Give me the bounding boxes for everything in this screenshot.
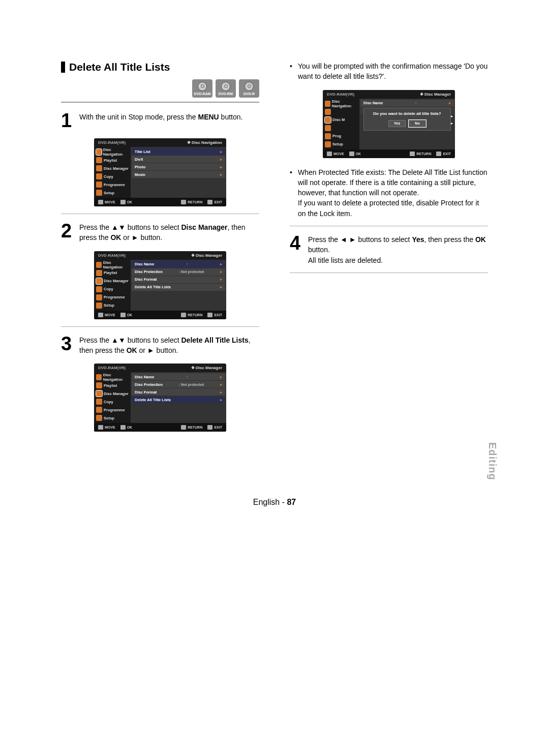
bullet-icon: •: [290, 167, 295, 219]
playlist-icon: [96, 157, 102, 163]
discmgr-icon: [96, 165, 102, 171]
sidebar-item[interactable]: Prog: [323, 132, 359, 140]
divider: [61, 326, 259, 327]
osd-row[interactable]: Music▸: [132, 171, 225, 178]
osd-row[interactable]: Photo▸: [132, 163, 225, 170]
yes-button[interactable]: Yes: [388, 120, 406, 127]
osd-footer: MOVE OK RETURN EXIT: [94, 423, 226, 432]
chevron-right-icon: ▸: [451, 121, 453, 126]
sidebar-item[interactable]: Disc Manager: [94, 164, 131, 172]
sidebar-item[interactable]: Disc Navigation: [323, 100, 359, 108]
sidebar-item[interactable]: Setup: [323, 140, 359, 148]
sidebar-item[interactable]: Playlist: [94, 381, 131, 389]
chevron-right-icon: ▸: [220, 165, 222, 169]
sidebar-item[interactable]: Setup: [94, 414, 131, 422]
step-2: 2 Press the ▲▼ buttons to select Disc Ma…: [61, 221, 259, 243]
title-bar-icon: [61, 62, 65, 73]
sidebar-item[interactable]: Disc M: [323, 116, 359, 124]
copy-icon: [96, 173, 102, 179]
sidebar-item[interactable]: Copy: [94, 285, 131, 293]
step-text: Press the ◄ ► buttons to select Yes, the…: [308, 233, 488, 265]
disc-badge-dvdrw: DVD-RW: [216, 79, 236, 98]
divider: [290, 226, 488, 226]
osd-row[interactable]: Disc Protection: Not protected▸: [132, 381, 225, 388]
setup-icon: [96, 190, 102, 196]
divider: [61, 214, 259, 214]
bullet-icon: •: [290, 61, 295, 82]
osd-main: Disc Name:▸ Disc Protection: Not protect…: [131, 372, 226, 423]
page-language: English: [253, 498, 280, 506]
sidebar-item[interactable]: Copy: [94, 172, 131, 180]
osd-row[interactable]: Disc Name:▸: [132, 261, 225, 268]
osd-screen-confirm-dialog: DVD-RAM(VR) ❖ Disc Manager Disc Navigati…: [323, 90, 455, 158]
osd-sidebar: Disc Navigation Disc M Prog Setup: [323, 99, 359, 149]
osd-row[interactable]: Disc Name:▸: [132, 373, 225, 380]
step-text: Press the ▲▼ buttons to select Delete Al…: [79, 334, 259, 356]
left-column: Delete All Title Lists DVD-RAM DVD-RW DV…: [61, 61, 259, 432]
programme-icon: [96, 182, 102, 188]
note-confirmation: • You will be prompted with the confirma…: [290, 61, 488, 82]
osd-sidebar: Disc Navigation Playlist Disc Manager Co…: [94, 260, 131, 311]
osd-row[interactable]: DivX▸: [132, 156, 225, 163]
sidebar-item[interactable]: [323, 124, 359, 132]
osd-row[interactable]: Delete All Title Lists▸: [132, 284, 225, 291]
sidebar-item[interactable]: Disc Navigation: [94, 373, 131, 381]
osd-screen-navigation: DVD-RAM(VR) ❖ Disc Navigation Disc Navig…: [94, 138, 226, 206]
sidebar-item[interactable]: Programme: [94, 293, 131, 301]
ok-icon: [120, 200, 126, 204]
step-number: 3: [61, 334, 74, 353]
sidebar-item[interactable]: Programme: [94, 406, 131, 414]
osd-row[interactable]: Disc Format▸: [132, 388, 225, 396]
osd-row[interactable]: Disc Name:▸: [360, 100, 454, 107]
nav-icon: [96, 149, 102, 155]
sidebar-item[interactable]: Disc Manager: [94, 389, 131, 398]
sidebar-item[interactable]: Setup: [94, 301, 131, 310]
osd-header: DVD-RAM(VR) ❖ Disc Navigation: [94, 138, 226, 147]
chevron-right-icon: ▸: [220, 172, 222, 177]
note-protected: • When Protected Title exists: The Delet…: [290, 167, 488, 219]
sidebar-item[interactable]: Setup: [94, 189, 131, 197]
return-icon: [181, 200, 186, 204]
section-tab-label: Editing: [486, 442, 498, 480]
step-1: 1 With the unit in Stop mode, press the …: [61, 111, 259, 130]
chevron-right-icon: ▸: [451, 114, 453, 118]
osd-mode: DVD-RAM(VR): [98, 140, 126, 145]
osd-footer: MOVE OK RETURN EXIT: [323, 149, 455, 158]
osd-row[interactable]: Disc Protection: Not protected▸: [132, 268, 225, 276]
disc-badge-dvdram: DVD-RAM: [192, 79, 212, 98]
sidebar-item[interactable]: Disc Manager: [94, 277, 131, 285]
section-heading: Delete All Title Lists: [69, 61, 170, 73]
sidebar-item[interactable]: Disc Navigation: [94, 148, 131, 156]
right-column: • You will be prompted with the confirma…: [290, 61, 488, 432]
confirm-dialog: Do you want to delete all title lists? Y…: [363, 108, 451, 131]
step-number: 4: [290, 233, 303, 253]
osd-row[interactable]: Disc Format▸: [132, 276, 225, 283]
divider: [61, 102, 259, 103]
osd-row[interactable]: Delete All Title Lists▸: [132, 396, 225, 403]
divider: [290, 273, 488, 273]
chevron-right-icon: ▸: [220, 157, 222, 162]
sidebar-item[interactable]: Copy: [94, 398, 131, 406]
osd-sidebar: Disc Navigation Playlist Disc Manager Co…: [94, 372, 131, 423]
sidebar-item[interactable]: Playlist: [94, 156, 131, 164]
osd-title: ❖ Disc Navigation: [187, 140, 222, 145]
osd-screen-discmanager: DVD-RAM(VR) ❖ Disc Manager Disc Navigati…: [94, 251, 226, 319]
step-3: 3 Press the ▲▼ buttons to select Delete …: [61, 334, 259, 356]
note-text: You will be prompted with the confirmati…: [298, 61, 488, 82]
osd-header: DVD-RAM(VR) ❖ Disc Manager: [323, 90, 455, 99]
chevron-right-icon: ▸: [220, 262, 222, 266]
osd-row[interactable]: Title List▸: [132, 148, 225, 155]
osd-sidebar: Disc Navigation Playlist Disc Manager Co…: [94, 147, 131, 198]
sidebar-item[interactable]: Disc Navigation: [94, 261, 131, 269]
sidebar-item[interactable]: [323, 108, 359, 116]
note-text: When Protected Title exists: The Delete …: [298, 167, 488, 219]
sidebar-item[interactable]: Programme: [94, 180, 131, 189]
sidebar-item[interactable]: Playlist: [94, 269, 131, 277]
osd-footer: MOVE OK RETURN EXIT: [94, 198, 226, 206]
step-text: With the unit in Stop mode, press the ME…: [79, 111, 242, 122]
osd-main: Title List▸ DivX▸ Photo▸ Music▸: [131, 147, 226, 198]
osd-screen-delete-selected: DVD-RAM(VR) ❖ Disc Manager Disc Navigati…: [94, 364, 226, 432]
osd-main: Disc Name:▸ Disc Protection: Not protect…: [359, 99, 455, 149]
page-number: 87: [287, 498, 296, 506]
no-button[interactable]: No: [409, 120, 426, 127]
